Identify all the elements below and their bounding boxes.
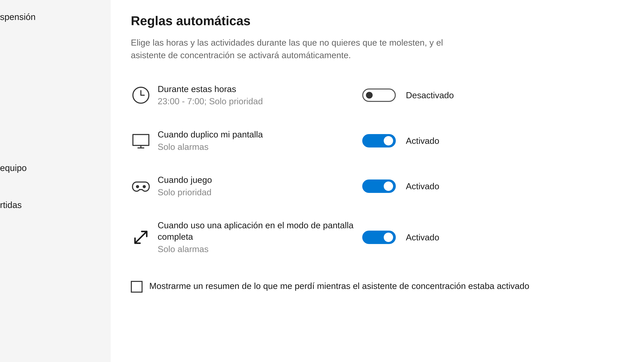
svg-point-6: [136, 186, 139, 188]
sidebar: spensión equipo rtidas: [0, 0, 111, 362]
summary-checkbox-row[interactable]: Mostrarme un resumen de lo que me perdí …: [131, 280, 567, 293]
toggle-status-label: Activado: [406, 181, 439, 191]
rule-text: Cuando juego Solo prioridad: [158, 174, 356, 198]
toggle-group: Activado: [362, 134, 439, 147]
main-content: Reglas automáticas Elige las horas y las…: [111, 0, 644, 362]
rule-title: Cuando uso una aplicación en el modo de …: [158, 220, 356, 242]
rule-subtitle: 23:00 - 7:00; Solo prioridad: [158, 96, 356, 107]
clock-icon: [131, 85, 151, 105]
svg-rect-3: [133, 134, 149, 145]
sidebar-item-suspension[interactable]: spensión: [0, 7, 111, 27]
toggle-group: Desactivado: [362, 88, 454, 102]
rule-title: Cuando duplico mi pantalla: [158, 129, 356, 140]
gamepad-icon: [131, 176, 151, 196]
toggle-fullscreen[interactable]: [362, 231, 396, 244]
rule-row-hours[interactable]: Durante estas horas 23:00 - 7:00; Solo p…: [131, 83, 617, 107]
section-description: Elige las horas y las actividades durant…: [131, 36, 474, 62]
section-title: Reglas automáticas: [131, 13, 624, 28]
rule-text: Durante estas horas 23:00 - 7:00; Solo p…: [158, 83, 356, 107]
toggle-status-label: Activado: [406, 136, 439, 146]
rule-row-gaming[interactable]: Cuando juego Solo prioridad Activado: [131, 174, 617, 198]
summary-checkbox[interactable]: [131, 281, 142, 293]
toggle-group: Activado: [362, 179, 439, 193]
rule-text: Cuando uso una aplicación en el modo de …: [158, 220, 356, 255]
toggle-duplicate-display[interactable]: [362, 134, 396, 147]
sidebar-item-compartidas[interactable]: rtidas: [0, 195, 111, 215]
rules-list: Durante estas horas 23:00 - 7:00; Solo p…: [131, 83, 617, 255]
rule-title: Durante estas horas: [158, 83, 356, 95]
toggle-group: Activado: [362, 231, 439, 244]
rule-row-duplicate-display[interactable]: Cuando duplico mi pantalla Solo alarmas …: [131, 129, 617, 152]
rule-title: Cuando juego: [158, 174, 356, 186]
toggle-hours[interactable]: [362, 88, 396, 102]
rule-subtitle: Solo alarmas: [158, 244, 356, 255]
summary-checkbox-label: Mostrarme un resumen de lo que me perdí …: [149, 280, 529, 292]
rule-subtitle: Solo prioridad: [158, 187, 356, 198]
monitor-icon: [131, 131, 151, 151]
sidebar-item-equipo[interactable]: equipo: [0, 158, 111, 178]
toggle-status-label: Desactivado: [406, 90, 454, 100]
toggle-gaming[interactable]: [362, 179, 396, 193]
toggle-status-label: Activado: [406, 232, 439, 242]
fullscreen-arrow-icon: [131, 227, 151, 247]
rule-text: Cuando duplico mi pantalla Solo alarmas: [158, 129, 356, 152]
rule-subtitle: Solo alarmas: [158, 141, 356, 153]
svg-point-7: [143, 186, 146, 188]
svg-line-8: [135, 231, 147, 243]
rule-row-fullscreen[interactable]: Cuando uso una aplicación en el modo de …: [131, 220, 617, 255]
